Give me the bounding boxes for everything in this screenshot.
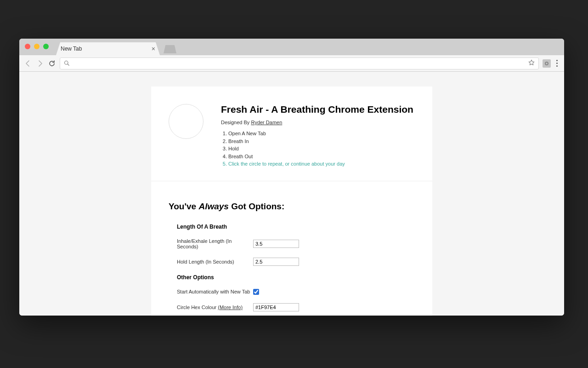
section-breath-heading: Length Of A Breath (177, 224, 415, 230)
maximize-window-button[interactable] (43, 44, 49, 49)
step-item: Breath In (228, 138, 419, 145)
page-viewport: Fresh Air - A Breathing Chrome Extension… (19, 72, 564, 316)
chrome-window: New Tab × (19, 39, 564, 316)
arrow-left-icon (24, 60, 32, 67)
close-window-button[interactable] (25, 44, 30, 49)
options-body: Length Of A Breath Inhale/Exhale Length … (169, 224, 415, 316)
kebab-dot-icon (556, 65, 558, 67)
options-section: You've Always Got Options: Length Of A B… (151, 181, 432, 316)
bookmark-star-icon[interactable] (528, 59, 535, 68)
header-section: Fresh Air - A Breathing Chrome Extension… (151, 86, 432, 181)
inhale-input[interactable] (253, 240, 299, 248)
autostart-row: Start Automatically with New Tab (177, 289, 415, 295)
back-button[interactable] (24, 59, 32, 68)
window-titlebar: New Tab × (19, 39, 564, 55)
browser-tab-title: New Tab (61, 46, 82, 52)
page-title: Fresh Air - A Breathing Chrome Extension (221, 104, 419, 115)
byline: Designed By Ryder Damen (221, 120, 419, 125)
reload-icon (48, 60, 56, 67)
options-title-em: Always (198, 201, 228, 211)
hold-label: Hold Length (In Seconds) (177, 259, 253, 264)
reload-button[interactable] (48, 59, 56, 68)
options-title: You've Always Got Options: (169, 201, 415, 212)
color-label-pre: Circle Hex Colour (177, 305, 218, 310)
steps-list: Open A New Tab Breath In Hold Breath Out… (221, 130, 419, 168)
forward-button[interactable] (36, 59, 44, 68)
author-link[interactable]: Ryder Damen (251, 120, 282, 125)
color-row: Circle Hex Colour (More Info) (177, 303, 415, 311)
address-bar[interactable] (60, 58, 539, 69)
minimize-window-button[interactable] (34, 44, 40, 49)
search-icon (64, 59, 69, 68)
inhale-row: Inhale/Exhale Length (In Seconds) (177, 238, 415, 249)
hold-input[interactable] (253, 258, 299, 266)
options-title-pre: You've (169, 201, 198, 211)
chrome-menu-button[interactable] (554, 60, 560, 67)
breathing-circle[interactable] (169, 104, 204, 139)
autostart-label: Start Automatically with New Tab (177, 289, 253, 294)
extension-icon[interactable] (543, 59, 551, 68)
svg-line-1 (68, 64, 69, 65)
color-moreinfo-link[interactable]: (More Info) (218, 305, 243, 310)
step-item: Hold (228, 145, 419, 153)
step-item: Breath Out (228, 153, 419, 161)
close-tab-icon[interactable]: × (152, 46, 155, 52)
color-label: Circle Hex Colour (More Info) (177, 305, 253, 310)
tabs-area: New Tab × (56, 39, 176, 55)
byline-prefix: Designed By (221, 120, 251, 125)
traffic-lights (25, 44, 49, 49)
arrow-right-icon (36, 60, 44, 67)
extension-inner-icon (545, 62, 548, 65)
kebab-dot-icon (556, 60, 558, 61)
options-title-post: Got Options: (229, 201, 284, 211)
content-card: Fresh Air - A Breathing Chrome Extension… (151, 86, 432, 316)
browser-tab[interactable]: New Tab × (56, 42, 160, 55)
color-input[interactable] (253, 303, 299, 311)
header-col: Fresh Air - A Breathing Chrome Extension… (221, 104, 419, 168)
autostart-checkbox[interactable] (253, 289, 259, 295)
inhale-label: Inhale/Exhale Length (In Seconds) (177, 238, 253, 249)
step-item-final: Click the circle to repeat, or continue … (228, 160, 419, 168)
hold-row: Hold Length (In Seconds) (177, 258, 415, 266)
new-tab-button[interactable] (164, 45, 176, 53)
section-other-heading: Other Options (177, 274, 415, 281)
kebab-dot-icon (556, 63, 558, 64)
step-item: Open A New Tab (228, 130, 419, 138)
browser-toolbar (19, 55, 564, 72)
